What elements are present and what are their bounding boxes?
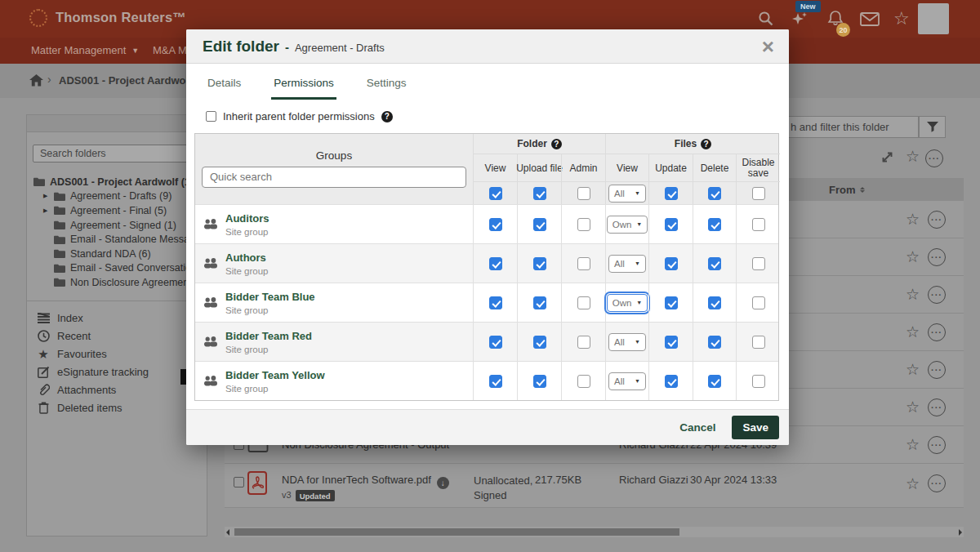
search-folders-input[interactable] [33,145,201,162]
tree-item[interactable]: Email - Standalone Messages (2 [33,232,207,247]
star-outline-icon[interactable]: ☆ [906,211,920,227]
search-icon[interactable] [758,11,774,27]
horizontal-scrollbar[interactable] [225,527,964,537]
upload-file-checkbox[interactable] [533,336,546,349]
folder-view-checkbox[interactable] [489,218,502,231]
ellipsis-menu-icon[interactable]: ··· [928,398,946,416]
star-outline-icon[interactable]: ☆ [906,287,920,302]
sidebar-item-favourites[interactable]: ★ Favourites [27,345,207,363]
sidebar-item-attachments[interactable]: Attachments [27,381,207,399]
tab-details[interactable]: Details [205,77,243,100]
nav-item-ma-matters[interactable]: M&A M [153,44,187,56]
master-folder-view-checkbox[interactable] [489,187,502,200]
update-checkbox[interactable] [665,336,678,349]
update-checkbox[interactable] [665,375,678,388]
ellipsis-menu-icon[interactable]: ··· [928,474,946,492]
ellipsis-menu-icon[interactable]: ··· [928,436,946,454]
from-column-header[interactable]: From [829,184,865,196]
files-view-select[interactable]: All▼ [608,372,646,390]
group-name[interactable]: Authors [225,252,268,264]
ai-sparkle-icon[interactable] [791,11,809,28]
help-icon[interactable]: ? [551,139,562,149]
scrollbar-thumb[interactable] [234,528,679,536]
expand-arrow-icon[interactable]: ▶ [43,193,54,199]
home-icon[interactable] [29,74,43,87]
ellipsis-menu-icon[interactable]: ··· [928,286,946,304]
delete-checkbox[interactable] [708,257,721,270]
group-name[interactable]: Bidder Team Red [225,330,312,342]
messages-envelope-icon[interactable] [860,12,880,26]
delete-checkbox[interactable] [708,336,721,349]
delete-checkbox[interactable] [708,375,721,388]
star-outline-icon[interactable]: ☆ [906,249,920,265]
update-checkbox[interactable] [665,218,678,231]
star-outline-icon[interactable]: ☆ [906,149,920,164]
help-icon[interactable]: ? [701,139,711,149]
ellipsis-menu-icon[interactable]: ··· [928,361,946,379]
folder-view-checkbox[interactable] [489,296,502,309]
update-checkbox[interactable] [665,296,678,309]
admin-checkbox[interactable] [577,218,590,231]
tree-item[interactable]: ▶ Agreement - Drafts (9) [33,189,207,204]
filter-folder-input[interactable] [782,116,919,138]
row-checkbox[interactable] [234,477,244,487]
disable-save-checkbox[interactable] [752,375,765,388]
expand-icon[interactable] [880,150,894,164]
upload-file-checkbox[interactable] [533,257,546,270]
save-button[interactable]: Save [732,416,779,439]
files-view-select[interactable]: All▼ [608,333,646,351]
star-outline-icon[interactable]: ☆ [906,324,920,340]
master-disable-save-checkbox[interactable] [752,187,765,200]
folder-view-checkbox[interactable] [489,257,502,270]
ellipsis-menu-icon[interactable]: ··· [925,149,943,167]
tree-item[interactable]: Email - Saved Conversations (1) [33,261,207,276]
sidebar-item-deleted-items[interactable]: Deleted items [27,399,207,417]
master-files-view-select[interactable]: All▼ [608,185,646,203]
download-icon[interactable]: ↓ [437,477,449,489]
admin-checkbox[interactable] [577,375,590,388]
tree-item-root[interactable]: ADS001 - Project Aardwolf (1) [33,175,207,189]
sidebar-item-recent[interactable]: Recent [27,327,207,345]
master-admin-checkbox[interactable] [577,187,590,200]
tree-item[interactable]: ▶ Agreement - Final (5) [33,203,207,218]
master-upload-checkbox[interactable] [533,187,546,200]
delete-checkbox[interactable] [708,218,721,231]
ellipsis-menu-icon[interactable]: ··· [928,211,946,229]
upload-file-checkbox[interactable] [533,218,546,231]
admin-checkbox[interactable] [577,296,590,309]
group-name[interactable]: Auditors [225,212,269,225]
upload-file-checkbox[interactable] [533,375,546,388]
expand-arrow-icon[interactable]: ▶ [43,207,54,214]
folder-view-checkbox[interactable] [489,375,502,388]
delete-checkbox[interactable] [708,296,721,309]
favourites-star-icon[interactable]: ☆ [893,8,910,29]
list-item-pdf[interactable]: NDA for InnerTech Software.pdf↓ v3Update… [225,464,964,508]
tab-settings[interactable]: Settings [364,77,409,100]
star-outline-icon[interactable]: ☆ [906,437,920,452]
close-icon[interactable]: × [762,38,774,55]
group-name[interactable]: Bidder Team Yellow [225,369,325,381]
nav-item-matter-management[interactable]: Matter Management ▼ [31,44,139,56]
disable-save-checkbox[interactable] [752,218,765,231]
star-outline-icon[interactable]: ☆ [906,476,920,492]
admin-checkbox[interactable] [577,257,590,270]
breadcrumb-project[interactable]: ADS001 - Project Aardwolf [59,74,193,87]
star-outline-icon[interactable]: ☆ [906,399,920,415]
folder-view-checkbox[interactable] [489,336,502,349]
tab-permissions[interactable]: Permissions [271,77,336,100]
filter-button[interactable] [919,116,946,138]
files-view-select[interactable]: Own▼ [607,216,648,234]
upload-file-checkbox[interactable] [533,296,546,309]
ellipsis-menu-icon[interactable]: ··· [928,323,946,341]
cancel-button[interactable]: Cancel [679,421,715,434]
files-view-select[interactable]: All▼ [608,255,646,273]
help-icon[interactable]: ? [381,111,393,122]
disable-save-checkbox[interactable] [752,336,765,349]
tree-item[interactable]: Standard NDA (6) [33,247,207,261]
admin-checkbox[interactable] [577,336,590,349]
disable-save-checkbox[interactable] [752,296,765,309]
star-outline-icon[interactable]: ☆ [906,362,920,377]
files-view-select[interactable]: Own▼ [607,294,648,312]
avatar[interactable] [918,3,949,34]
inherit-checkbox[interactable] [206,111,216,122]
